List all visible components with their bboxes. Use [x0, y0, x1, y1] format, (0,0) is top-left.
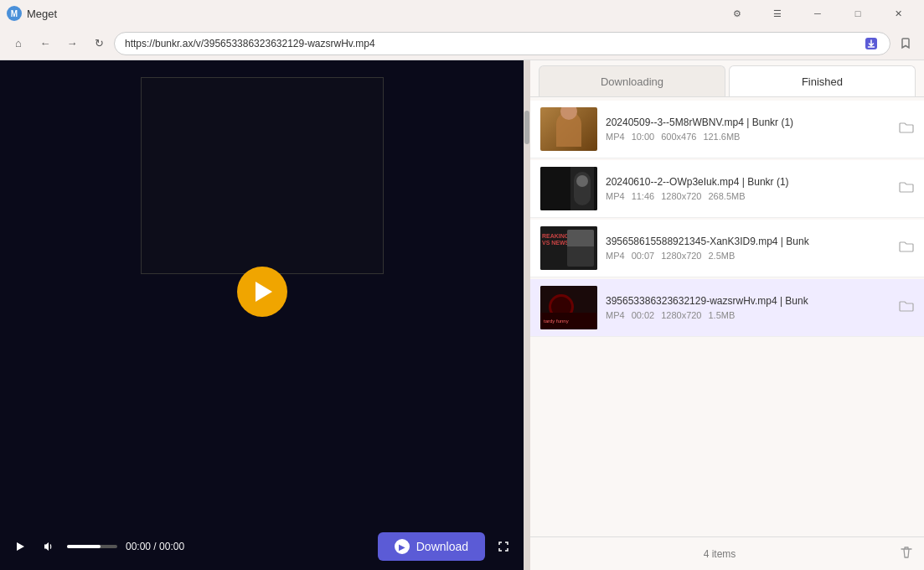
time-display: 00:00 / 00:00: [126, 541, 184, 552]
list-item[interactable]: 20240610--2--OWp3eIuk.mp4 | Bunkr (1) MP…: [530, 160, 924, 218]
item-info: 395658615588921345-XanK3ID9.mp4 | Bunk M…: [606, 236, 890, 261]
list-footer: 4 items: [530, 536, 924, 570]
settings-button[interactable]: ⚙: [718, 0, 756, 27]
item-info: 20240509--3--5M8rWBNV.mp4 | Bunkr (1) MP…: [606, 117, 890, 142]
trash-button[interactable]: [899, 545, 914, 563]
title-bar-controls: ⚙ ☰ ─ □ ✕: [718, 0, 917, 27]
item-meta: MP4 11:46 1280x720 268.5MB: [606, 191, 890, 201]
download-list-panel: Downloading Finished 20240509--3--5M8rWB: [530, 60, 924, 570]
url-bar: https://bunkr.ax/v/395653386323632129-wa…: [114, 32, 890, 55]
play-icon: [256, 282, 272, 302]
video-area: [0, 60, 524, 523]
item-meta: MP4 10:00 600x476 121.6MB: [606, 132, 890, 142]
main-content: 00:00 / 00:00 ▶ Download Downloading: [0, 60, 924, 570]
nav-bar: ⌂ ← → ↻ https://bunkr.ax/v/3956533863236…: [0, 27, 924, 60]
item-title: 395658615588921345-XanK3ID9.mp4 | Bunk: [606, 236, 890, 247]
controls-bar: 00:00 / 00:00 ▶ Download: [0, 523, 524, 570]
list-item[interactable]: tardy funny 395653386323632129-wazsrwHv.…: [530, 279, 924, 337]
folder-icon[interactable]: [899, 180, 914, 197]
list-item[interactable]: 20240509--3--5M8rWBNV.mp4 | Bunkr (1) MP…: [530, 101, 924, 158]
download-button[interactable]: ▶ Download: [378, 532, 485, 561]
home-button[interactable]: ⌂: [7, 32, 30, 55]
volume-fill: [67, 545, 101, 548]
item-thumbnail: [540, 107, 597, 151]
item-title: 20240509--3--5M8rWBNV.mp4 | Bunkr (1): [606, 117, 890, 128]
url-text: https://bunkr.ax/v/395653386323632129-wa…: [125, 38, 863, 49]
title-bar: M Meget ⚙ ☰ ─ □ ✕: [0, 0, 924, 27]
minimize-button[interactable]: ─: [798, 0, 837, 27]
forward-button[interactable]: →: [60, 32, 84, 55]
play-pause-button[interactable]: [10, 536, 30, 557]
scrollbar[interactable]: [524, 60, 530, 570]
item-info: 395653386323632129-wazsrwHv.mp4 | Bunk M…: [606, 295, 890, 320]
download-icon: ▶: [395, 539, 410, 554]
url-download-icon[interactable]: [863, 35, 880, 52]
app-icon: M: [7, 6, 22, 21]
tab-downloading[interactable]: Downloading: [539, 65, 725, 96]
item-title: 20240610--2--OWp3eIuk.mp4 | Bunkr (1): [606, 176, 890, 188]
item-thumbnail: REAKINGVS NEWS: [540, 226, 597, 270]
tab-finished[interactable]: Finished: [729, 65, 916, 96]
tabs-bar: Downloading Finished: [530, 60, 924, 97]
refresh-button[interactable]: ↻: [87, 32, 111, 55]
download-list: 20240509--3--5M8rWBNV.mp4 | Bunkr (1) MP…: [530, 97, 924, 536]
app-title: Meget: [27, 8, 57, 20]
menu-button[interactable]: ☰: [758, 0, 797, 27]
play-button[interactable]: [237, 267, 287, 317]
back-button[interactable]: ←: [34, 32, 57, 55]
folder-icon[interactable]: [899, 121, 914, 137]
bookmark-button[interactable]: [894, 32, 917, 55]
item-title: 395653386323632129-wazsrwHv.mp4 | Bunk: [606, 295, 890, 307]
items-count: 4 items: [540, 548, 899, 560]
video-frame: [141, 77, 384, 274]
close-button[interactable]: ✕: [879, 0, 917, 27]
title-bar-left: M Meget: [7, 6, 57, 21]
volume-slider[interactable]: [67, 545, 117, 548]
folder-icon[interactable]: [899, 299, 914, 316]
video-player-panel: 00:00 / 00:00 ▶ Download: [0, 60, 524, 570]
fullscreen-button[interactable]: [493, 536, 514, 557]
list-item[interactable]: REAKINGVS NEWS 395658615588921345-XanK3I…: [530, 220, 924, 277]
item-thumbnail: [540, 167, 597, 210]
item-thumbnail: tardy funny: [540, 286, 597, 329]
item-meta: MP4 00:07 1280x720 2.5MB: [606, 251, 890, 261]
maximize-button[interactable]: □: [839, 0, 877, 27]
item-meta: MP4 00:02 1280x720 1.5MB: [606, 310, 890, 320]
scroll-thumb[interactable]: [524, 111, 529, 144]
folder-icon[interactable]: [899, 240, 914, 256]
volume-button[interactable]: [39, 536, 59, 557]
item-info: 20240610--2--OWp3eIuk.mp4 | Bunkr (1) MP…: [606, 176, 890, 201]
